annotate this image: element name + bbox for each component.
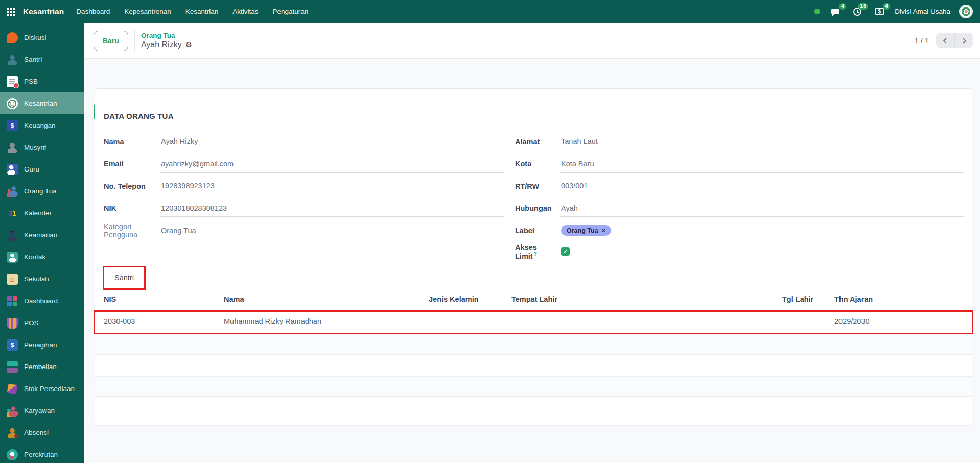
sidebar-item-kontak[interactable]: Kontak: [0, 246, 84, 268]
cell-nama: Muhammad Rizky Ramadhan: [224, 317, 429, 325]
alamat-input[interactable]: Tanah Laut: [560, 133, 964, 150]
money-icon: $: [875, 8, 884, 15]
col-header-nama[interactable]: Nama: [224, 295, 429, 303]
sidebar-item-pembelian[interactable]: Pembelian: [0, 356, 84, 378]
kategori-value: Orang Tua: [160, 222, 504, 239]
sidebar-item-santri[interactable]: Santri: [0, 48, 84, 70]
nik-input[interactable]: 1203018028308123: [160, 200, 504, 217]
field-rtrw: RT/RW 003/001: [515, 175, 964, 198]
apps-grid-icon[interactable]: [7, 8, 15, 16]
pager-next-button[interactable]: [954, 33, 973, 48]
company-name[interactable]: Divisi Amal Usaha: [895, 8, 950, 15]
santri-table-header: NIS Nama Jenis Kelamin Tempat Lahir Tgl …: [95, 289, 972, 309]
field-alamat: Alamat Tanah Laut: [515, 131, 964, 153]
finance-icon: $: [7, 120, 18, 131]
notebook-tabs: Santri: [95, 266, 972, 289]
revenue-badge: 4: [883, 3, 891, 10]
messages-badge: 4: [839, 3, 847, 10]
telepon-input[interactable]: 1928398923123: [160, 178, 504, 194]
sidebar-item-penagihan[interactable]: $Penagihan: [0, 334, 84, 356]
field-nik-label: NIK: [104, 204, 160, 212]
field-nik: NIK 1203018028308123: [104, 198, 504, 220]
sidebar-item-orang-tua[interactable]: Orang Tua: [0, 180, 84, 202]
field-telepon-label: No. Telepon: [104, 182, 160, 190]
user-avatar[interactable]: [959, 5, 973, 18]
santri-table-row[interactable]: 2030-003 Muhammad Rizky Ramadhan 2029/20…: [95, 309, 972, 333]
sidebar-item-absensi[interactable]: Absensi: [0, 422, 84, 444]
field-hubungan: Hubungan Ayah: [515, 198, 964, 220]
field-email: Email ayahrizky@gmail.com: [104, 153, 504, 176]
menu-aktivitas[interactable]: Aktivitas: [232, 8, 258, 15]
field-rtrw-label: RT/RW: [515, 182, 560, 190]
field-nama: Nama Ayah Rizky: [104, 131, 504, 153]
menu-pengaturan[interactable]: Pengaturan: [273, 8, 309, 15]
record-form-card: DATA ORANG TUA Nama Ayah Rizky Email aya…: [95, 88, 972, 425]
field-email-label: Email: [104, 160, 160, 168]
santri-table: NIS Nama Jenis Kelamin Tempat Lahir Tgl …: [95, 289, 972, 397]
field-akses-limit: Akses Limit? ✓: [515, 242, 964, 261]
col-header-jenis-kelamin[interactable]: Jenis Kelamin: [429, 295, 511, 303]
breadcrumb: Orang Tua Ayah Rizky ⚙: [134, 30, 192, 52]
sidebar-item-pos[interactable]: POS: [0, 312, 84, 334]
sidebar-item-keamanan[interactable]: Keamanan: [0, 224, 84, 246]
app-brand[interactable]: Kesantrian: [23, 7, 64, 16]
online-status-dot: [814, 9, 820, 14]
discuss-icon: [7, 32, 18, 43]
sidebar-item-kesantrian[interactable]: Kesantrian: [0, 92, 84, 114]
chevron-right-icon: [961, 38, 967, 44]
kota-input[interactable]: Kota Baru: [560, 156, 964, 173]
revenue-icon[interactable]: $ 4: [873, 5, 886, 18]
sidebar-item-psb[interactable]: PSB: [0, 70, 84, 92]
rtrw-input[interactable]: 003/001: [560, 178, 964, 194]
sidebar-item-dashboard[interactable]: Dashboard: [0, 290, 84, 312]
sidebar-item-diskusi[interactable]: Diskusi: [0, 27, 84, 48]
sidebar-item-perekrutan[interactable]: Perekrutan: [0, 444, 84, 463]
purchase-icon: [7, 361, 18, 373]
menu-kesantrian[interactable]: Kesantrian: [185, 8, 219, 15]
pesantren-logo-icon: [7, 98, 18, 109]
teacher-icon: [7, 164, 18, 175]
field-label-label: Label: [515, 227, 560, 235]
field-kategori-label: Kategori Pengguna: [104, 223, 160, 239]
breadcrumb-parent-link[interactable]: Orang Tua: [141, 32, 192, 40]
col-header-thn-ajaran[interactable]: Thn Ajaran: [834, 295, 963, 303]
parents-icon: [7, 186, 18, 197]
email-input[interactable]: ayahrizky@gmail.com: [160, 156, 504, 173]
field-hubungan-label: Hubungan: [515, 204, 560, 212]
field-kota-label: Kota: [515, 160, 560, 168]
messages-icon[interactable]: 4: [829, 5, 842, 18]
sidebar-item-stok-persediaan[interactable]: Stok Persediaan: [0, 378, 84, 400]
tag-orang-tua[interactable]: Orang Tua ×: [561, 225, 611, 236]
field-label-tags: Label Orang Tua ×: [515, 220, 964, 242]
field-akses-limit-label: Akses Limit?: [515, 243, 560, 260]
col-header-nis[interactable]: NIS: [104, 295, 224, 303]
sidebar-item-sekolah[interactable]: Sekolah: [0, 268, 84, 290]
pager-previous-button[interactable]: [936, 33, 954, 48]
akses-limit-checkbox[interactable]: ✓: [561, 247, 570, 256]
field-kota: Kota Kota Baru: [515, 153, 964, 176]
sidebar-item-karyawan[interactable]: Karyawan: [0, 400, 84, 422]
activities-icon[interactable]: 16: [851, 5, 864, 18]
record-actions-gear-icon[interactable]: ⚙: [185, 40, 192, 50]
record-pager: 1 / 1: [915, 33, 973, 48]
new-record-button[interactable]: Baru: [94, 31, 128, 51]
empty-row: [95, 377, 972, 397]
hubungan-input[interactable]: Ayah: [560, 200, 964, 217]
sidebar-item-keuangan[interactable]: $Keuangan: [0, 114, 84, 136]
col-header-tempat-lahir[interactable]: Tempat Lahir: [511, 295, 782, 303]
sidebar-item-musyrif[interactable]: Musyrif: [0, 136, 84, 158]
calendar-icon: [7, 208, 18, 219]
field-kategori-pengguna: Kategori Pengguna Orang Tua: [104, 220, 504, 242]
help-question-icon[interactable]: ?: [534, 251, 537, 257]
col-header-tgl-lahir[interactable]: Tgl Lahir: [782, 295, 834, 303]
empty-row: [95, 355, 972, 377]
menu-kepesantrenan[interactable]: Kepesantrenan: [124, 8, 171, 15]
nama-input[interactable]: Ayah Rizky: [160, 133, 504, 150]
tag-remove-icon[interactable]: ×: [602, 227, 605, 234]
tab-santri[interactable]: Santri: [104, 266, 145, 289]
form-grid: Nama Ayah Rizky Email ayahrizky@gmail.co…: [104, 131, 963, 261]
sidebar-item-kalender[interactable]: Kalender: [0, 202, 84, 224]
sidebar-item-guru[interactable]: Guru: [0, 158, 84, 180]
breadcrumb-current: Ayah Rizky: [141, 40, 182, 50]
menu-dashboard[interactable]: Dashboard: [76, 8, 110, 15]
